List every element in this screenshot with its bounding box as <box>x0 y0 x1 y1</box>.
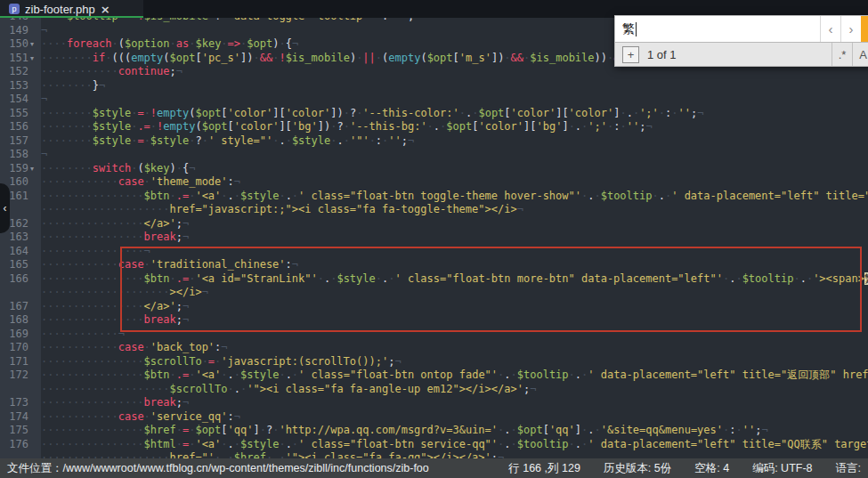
code-text: ····················href="'·.·$href·.·'"… <box>41 451 504 458</box>
code-line[interactable]: 171················$scrollTo·=·'javascri… <box>0 355 868 369</box>
find-previous-button[interactable]: ‹ <box>820 16 840 42</box>
line-number[interactable]: 174 <box>0 410 30 423</box>
code-line[interactable]: 175················$href·=·$opt['qq']·?·… <box>0 424 868 438</box>
status-bar: 文件位置： /www/wwwroot/www.tfblog.cn/wp-cont… <box>0 458 868 478</box>
code-line[interactable]: 168················break;¬ <box>0 313 868 328</box>
code-line[interactable]: 153········}¬ <box>0 79 868 93</box>
code-line[interactable]: 166················$btn·.=·'<a id="Stran… <box>0 272 868 287</box>
line-number[interactable]: 159 <box>0 162 30 174</box>
find-next-button[interactable]: › <box>840 16 861 42</box>
code-text: ················$scrollTo·=·'javascript:… <box>41 355 402 368</box>
language-label[interactable]: 语言: <box>836 461 861 476</box>
code-line[interactable]: ····················href="'·.·$href·.·'"… <box>0 451 868 458</box>
line-number[interactable]: 154 <box>0 93 30 105</box>
code-text: ················¬ <box>41 245 150 257</box>
code-text: ····foreach·($option·as·$key·=>·$opt)·{¬ <box>41 37 298 50</box>
case-sensitive-toggle[interactable]: A <box>852 43 868 66</box>
sidebar-collapse-handle[interactable]: ‹ <box>0 183 10 233</box>
code-line[interactable]: 163················break;¬ <box>0 231 868 245</box>
line-number[interactable]: 153 <box>0 79 30 92</box>
code-text: ················</a>';¬ <box>41 217 189 230</box>
cursor-position[interactable]: 行 166 ,列 129 <box>508 461 580 476</box>
code-line[interactable]: 156········$style·.=·!empty($opt['color'… <box>0 120 868 134</box>
find-accent-button[interactable] <box>861 16 868 42</box>
find-bar-bottom-row: + 1 of 1 .* A <box>614 43 868 67</box>
editor-window: { "tab": { "title": "zib-footer.php", "c… <box>0 0 868 478</box>
code-text: ············case·'back_top':¬ <box>41 341 228 353</box>
code-text: ············case·'traditional_chinese':¬ <box>41 258 298 271</box>
code-line[interactable]: 164················¬ <box>0 245 868 259</box>
code-line[interactable]: 159▾········switch·($key)·{¬ <box>0 162 868 176</box>
line-number[interactable]: 170 <box>0 341 30 353</box>
chevron-down-next-icon: › <box>849 21 854 36</box>
indent-spaces[interactable]: 空格: 4 <box>694 461 729 476</box>
code-line[interactable]: 167················</a>';¬ <box>0 300 868 314</box>
code-line[interactable]: 165············case·'traditional_chinese… <box>0 258 868 272</box>
search-match-highlight: 繁 <box>864 272 868 285</box>
code-text: ············¬ <box>41 328 125 340</box>
fold-arrow-icon[interactable]: ▾ <box>30 52 41 66</box>
line-number[interactable]: 164 <box>0 245 30 257</box>
code-line[interactable]: 172················$btn·.=·'<a'·.·$style… <box>0 369 868 383</box>
code-text: ················$btn·.=·'<a id="StranLin… <box>41 272 868 285</box>
file-encoding[interactable]: 编码: UTF-8 <box>752 461 812 476</box>
history-versions[interactable]: 历史版本: 5份 <box>604 461 671 476</box>
line-number[interactable]: 165 <box>0 258 30 271</box>
code-text: ········}¬ <box>41 79 105 92</box>
line-number[interactable]: 150 <box>0 37 30 50</box>
line-number[interactable]: 155 <box>0 107 30 119</box>
code-line[interactable]: 158¬ <box>0 148 868 162</box>
code-text: ················break;¬ <box>41 231 189 243</box>
code-editor[interactable]: 148····$tooltip·=·!$is_mobile·?·'data-to… <box>0 10 868 458</box>
code-line[interactable]: 157········$style·=·$style·?·' style="'·… <box>0 134 868 149</box>
code-text: ············case·'theme_mode':¬ <box>41 175 240 188</box>
search-input[interactable]: 繁 <box>615 16 820 42</box>
code-line[interactable]: 155········$style·=·!empty($opt['color']… <box>0 107 868 121</box>
regex-icon: .* <box>839 48 847 61</box>
code-line[interactable]: ····················href="javascript:;">… <box>0 203 868 217</box>
code-line[interactable]: 152············continue;¬ <box>0 65 868 79</box>
fold-arrow-icon[interactable]: ▾ <box>30 37 41 52</box>
line-number[interactable]: 151 <box>0 52 30 64</box>
code-text: ········$style·=·!empty($opt['color']['c… <box>41 107 703 119</box>
code-line[interactable]: 160············case·'theme_mode':¬ <box>0 175 868 190</box>
code-text: ················$btn·.=·'<a'·.·$style·.·… <box>41 190 868 202</box>
code-text: ········if·(((empty($opt['pc_s'])·&&·!$i… <box>41 52 685 64</box>
line-number[interactable]: 171 <box>0 355 30 368</box>
line-number[interactable]: 172 <box>0 369 30 381</box>
code-line[interactable]: ····················$scrollTo·.·'"><i cl… <box>0 383 868 397</box>
regex-toggle[interactable]: .* <box>831 43 853 66</box>
code-line[interactable]: 174············case·'service_qq':¬ <box>0 410 868 425</box>
code-line[interactable]: 176················$html·=·'<a'·.·$style… <box>0 438 868 452</box>
code-line[interactable]: ····················></i>¬ <box>0 286 868 300</box>
add-search-button[interactable]: + <box>622 46 639 63</box>
tab-zib-footer[interactable]: p zib-footer.php × <box>0 0 143 18</box>
line-number[interactable]: 149 <box>0 24 30 36</box>
code-text: ················$html·=·'<a'·.·$style·.·… <box>41 438 868 450</box>
fold-arrow-icon[interactable]: ▾ <box>30 162 41 176</box>
line-number[interactable]: 166 <box>0 272 30 285</box>
line-number[interactable]: 175 <box>0 424 30 436</box>
close-icon[interactable]: × <box>101 3 110 16</box>
line-number[interactable]: 167 <box>0 300 30 312</box>
code-line[interactable]: 169············¬ <box>0 328 868 342</box>
line-number[interactable]: 176 <box>0 438 30 450</box>
search-query-text: 繁 <box>622 21 635 37</box>
code-text: ········$style·=·$style·?·' style="'·.·$… <box>41 134 414 147</box>
line-number[interactable]: 168 <box>0 313 30 326</box>
code-text: ············continue;¬ <box>41 65 183 77</box>
code-line[interactable]: 170············case·'back_top':¬ <box>0 341 868 355</box>
file-path: /www/wwwroot/www.tfblog.cn/wp-content/th… <box>63 462 429 474</box>
code-line[interactable]: 173················break;¬ <box>0 396 868 410</box>
line-number[interactable]: 156 <box>0 120 30 133</box>
code-line[interactable]: 161················$btn·.=·'<a'·.·$style… <box>0 190 868 204</box>
line-number[interactable]: 152 <box>0 65 30 77</box>
code-line[interactable]: 162················</a>';¬ <box>0 217 868 231</box>
code-line[interactable]: 154¬ <box>0 93 868 107</box>
line-number[interactable]: 169 <box>0 328 30 340</box>
code-text: ····················href="javascript:;">… <box>41 203 523 215</box>
code-text: ················break;¬ <box>41 313 189 326</box>
line-number[interactable]: 173 <box>0 396 30 409</box>
line-number[interactable]: 157 <box>0 134 30 147</box>
line-number[interactable]: 158 <box>0 148 30 160</box>
